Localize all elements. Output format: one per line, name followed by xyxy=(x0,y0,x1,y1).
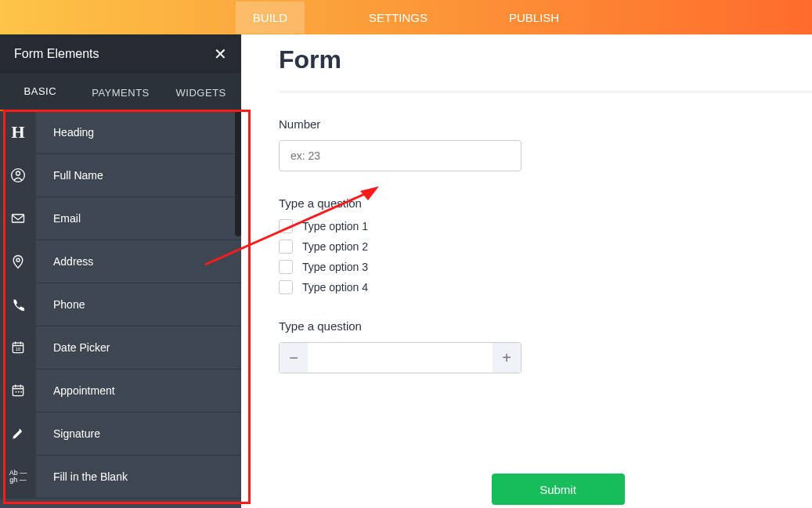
checkbox-option-label: Type option 1 xyxy=(302,220,368,232)
number-input[interactable] xyxy=(279,140,521,171)
top-nav: BUILD SETTINGS PUBLISH xyxy=(0,0,812,34)
form-title: Form xyxy=(279,34,812,92)
element-date-picker[interactable]: 10 Date Picker xyxy=(0,326,241,369)
tab-settings[interactable]: SETTINGS xyxy=(352,2,445,34)
element-label: Address xyxy=(36,255,93,268)
element-email[interactable]: Email xyxy=(0,197,241,240)
panel-tabs: BASIC PAYMENTS WIDGETS xyxy=(0,74,241,111)
appointment-icon xyxy=(0,369,36,413)
svg-point-3 xyxy=(16,258,20,261)
calendar-icon: 10 xyxy=(0,326,36,369)
scrollbar[interactable] xyxy=(235,111,241,236)
panel-tab-payments[interactable]: PAYMENTS xyxy=(81,74,161,111)
element-label: Full Name xyxy=(36,169,103,182)
submit-button[interactable]: Submit xyxy=(492,474,625,505)
element-list: H Heading Full Name Email Address Phone … xyxy=(0,111,241,508)
svg-point-9 xyxy=(20,391,22,393)
close-icon[interactable]: ✕ xyxy=(214,45,227,63)
number-field: Number xyxy=(279,117,812,171)
panel-header: Form Elements ✕ xyxy=(0,34,241,74)
phone-icon xyxy=(0,283,36,326)
panel-title: Form Elements xyxy=(14,47,99,61)
element-label: Fill in the Blank xyxy=(36,470,128,483)
tab-publish[interactable]: PUBLISH xyxy=(492,2,576,34)
number-label: Number xyxy=(279,117,812,131)
checkbox[interactable] xyxy=(279,280,293,294)
checkbox-question: Type a question Type option 1 Type optio… xyxy=(279,196,812,294)
checkbox-option-label: Type option 3 xyxy=(302,261,368,273)
spinner-question-label: Type a question xyxy=(279,319,812,333)
svg-point-1 xyxy=(16,171,20,175)
element-label: Phone xyxy=(36,298,85,311)
checkbox-row: Type option 2 xyxy=(279,240,812,254)
svg-rect-2 xyxy=(13,214,24,222)
tab-build[interactable]: BUILD xyxy=(236,2,305,34)
svg-point-7 xyxy=(16,391,17,393)
svg-point-8 xyxy=(18,391,20,393)
element-heading[interactable]: H Heading xyxy=(0,111,241,154)
element-label: Date Picker xyxy=(36,341,110,354)
checkbox-question-label: Type a question xyxy=(279,196,812,210)
spinner-value[interactable] xyxy=(308,343,493,373)
number-spinner: − + xyxy=(279,342,521,373)
element-appointment[interactable]: Appointment xyxy=(0,369,241,413)
checkbox[interactable] xyxy=(279,219,293,233)
fill-blank-icon: Ab —gh — xyxy=(0,456,36,499)
element-signature[interactable]: Signature xyxy=(0,413,241,456)
user-icon xyxy=(0,154,36,197)
decrement-button[interactable]: − xyxy=(280,343,308,373)
element-label: Email xyxy=(36,212,81,225)
checkbox-row: Type option 3 xyxy=(279,260,812,274)
panel-tab-widgets[interactable]: WIDGETS xyxy=(161,74,241,111)
checkbox[interactable] xyxy=(279,260,293,274)
increment-button[interactable]: + xyxy=(493,343,521,373)
heading-icon: H xyxy=(0,111,36,154)
panel-tab-basic[interactable]: BASIC xyxy=(0,73,81,112)
element-label: Heading xyxy=(36,126,94,139)
element-full-name[interactable]: Full Name xyxy=(0,154,241,197)
element-label: Signature xyxy=(36,427,100,440)
element-phone[interactable]: Phone xyxy=(0,283,241,326)
checkbox-option-label: Type option 4 xyxy=(302,281,368,294)
element-address[interactable]: Address xyxy=(0,240,241,283)
mail-icon xyxy=(0,197,36,240)
checkbox-row: Type option 4 xyxy=(279,280,812,294)
svg-text:10: 10 xyxy=(16,347,21,351)
pin-icon xyxy=(0,240,36,283)
form-elements-panel: Form Elements ✕ BASIC PAYMENTS WIDGETS H… xyxy=(0,34,241,508)
checkbox-option-label: Type option 2 xyxy=(302,240,368,253)
form-canvas: Form Number Type a question Type option … xyxy=(241,34,812,508)
spinner-question: Type a question − + xyxy=(279,319,812,373)
signature-icon xyxy=(0,413,36,456)
checkbox[interactable] xyxy=(279,240,293,254)
element-fill-blank[interactable]: Ab —gh — Fill in the Blank xyxy=(0,456,241,499)
svg-rect-6 xyxy=(13,386,23,396)
element-label: Appointment xyxy=(36,384,115,397)
divider xyxy=(279,92,812,92)
checkbox-row: Type option 1 xyxy=(279,219,812,233)
